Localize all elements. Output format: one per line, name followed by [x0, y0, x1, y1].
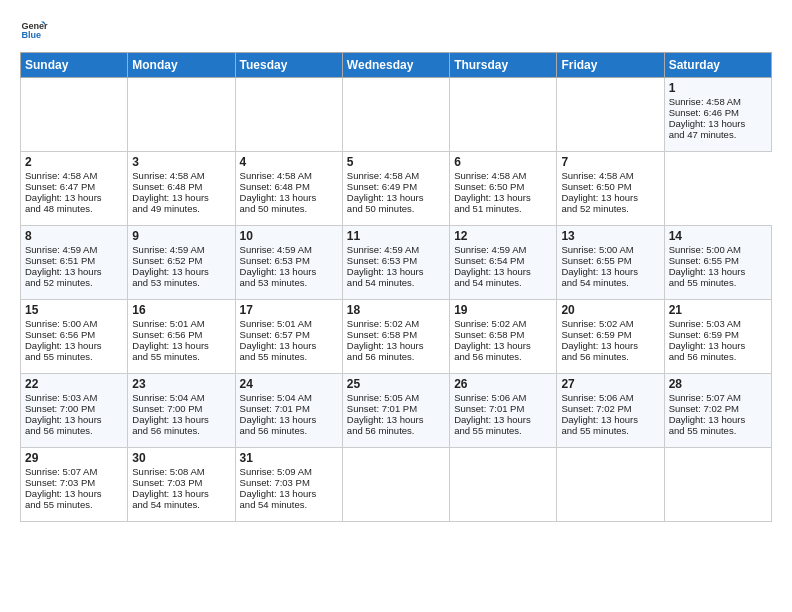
logo-icon: General Blue: [20, 16, 48, 44]
logo: General Blue: [20, 16, 52, 44]
empty-cell: [128, 78, 235, 152]
day-cell: [664, 448, 771, 522]
day-cell: 26Sunrise: 5:06 AMSunset: 7:01 PMDayligh…: [450, 374, 557, 448]
day-cell: 28Sunrise: 5:07 AMSunset: 7:02 PMDayligh…: [664, 374, 771, 448]
empty-cell: [342, 78, 449, 152]
day-cell: 24Sunrise: 5:04 AMSunset: 7:01 PMDayligh…: [235, 374, 342, 448]
day-cell: 14Sunrise: 5:00 AMSunset: 6:55 PMDayligh…: [664, 226, 771, 300]
day-cell: 31Sunrise: 5:09 AMSunset: 7:03 PMDayligh…: [235, 448, 342, 522]
day-cell: 7Sunrise: 4:58 AMSunset: 6:50 PMDaylight…: [557, 152, 664, 226]
empty-cell: [235, 78, 342, 152]
day-cell: 4Sunrise: 4:58 AMSunset: 6:48 PMDaylight…: [235, 152, 342, 226]
day-cell: 3Sunrise: 4:58 AMSunset: 6:48 PMDaylight…: [128, 152, 235, 226]
empty-cell: [21, 78, 128, 152]
day-cell: 13Sunrise: 5:00 AMSunset: 6:55 PMDayligh…: [557, 226, 664, 300]
day-header-tuesday: Tuesday: [235, 53, 342, 78]
day-cell: 6Sunrise: 4:58 AMSunset: 6:50 PMDaylight…: [450, 152, 557, 226]
day-cell: 16Sunrise: 5:01 AMSunset: 6:56 PMDayligh…: [128, 300, 235, 374]
day-header-sunday: Sunday: [21, 53, 128, 78]
day-cell: [450, 448, 557, 522]
svg-text:Blue: Blue: [21, 30, 41, 40]
page: General Blue SundayMondayTuesdayWednesda…: [0, 0, 792, 534]
day-cell: 23Sunrise: 5:04 AMSunset: 7:00 PMDayligh…: [128, 374, 235, 448]
day-cell: 20Sunrise: 5:02 AMSunset: 6:59 PMDayligh…: [557, 300, 664, 374]
day-header-friday: Friday: [557, 53, 664, 78]
day-cell: 1Sunrise: 4:58 AMSunset: 6:46 PMDaylight…: [664, 78, 771, 152]
day-cell: 21Sunrise: 5:03 AMSunset: 6:59 PMDayligh…: [664, 300, 771, 374]
day-cell: 15Sunrise: 5:00 AMSunset: 6:56 PMDayligh…: [21, 300, 128, 374]
header: General Blue: [20, 16, 772, 44]
day-cell: 2Sunrise: 4:58 AMSunset: 6:47 PMDaylight…: [21, 152, 128, 226]
week-row-5: 22Sunrise: 5:03 AMSunset: 7:00 PMDayligh…: [21, 374, 772, 448]
calendar-table: SundayMondayTuesdayWednesdayThursdayFrid…: [20, 52, 772, 522]
day-cell: 11Sunrise: 4:59 AMSunset: 6:53 PMDayligh…: [342, 226, 449, 300]
header-row: SundayMondayTuesdayWednesdayThursdayFrid…: [21, 53, 772, 78]
day-cell: 25Sunrise: 5:05 AMSunset: 7:01 PMDayligh…: [342, 374, 449, 448]
week-row-1: 1Sunrise: 4:58 AMSunset: 6:46 PMDaylight…: [21, 78, 772, 152]
day-header-thursday: Thursday: [450, 53, 557, 78]
day-cell: 22Sunrise: 5:03 AMSunset: 7:00 PMDayligh…: [21, 374, 128, 448]
week-row-4: 15Sunrise: 5:00 AMSunset: 6:56 PMDayligh…: [21, 300, 772, 374]
day-cell: [342, 448, 449, 522]
day-cell: 5Sunrise: 4:58 AMSunset: 6:49 PMDaylight…: [342, 152, 449, 226]
day-cell: [557, 448, 664, 522]
day-cell: 17Sunrise: 5:01 AMSunset: 6:57 PMDayligh…: [235, 300, 342, 374]
day-header-wednesday: Wednesday: [342, 53, 449, 78]
day-cell: 27Sunrise: 5:06 AMSunset: 7:02 PMDayligh…: [557, 374, 664, 448]
week-row-6: 29Sunrise: 5:07 AMSunset: 7:03 PMDayligh…: [21, 448, 772, 522]
day-cell: 30Sunrise: 5:08 AMSunset: 7:03 PMDayligh…: [128, 448, 235, 522]
day-cell: 9Sunrise: 4:59 AMSunset: 6:52 PMDaylight…: [128, 226, 235, 300]
day-header-saturday: Saturday: [664, 53, 771, 78]
empty-cell: [557, 78, 664, 152]
day-cell: 19Sunrise: 5:02 AMSunset: 6:58 PMDayligh…: [450, 300, 557, 374]
day-cell: 10Sunrise: 4:59 AMSunset: 6:53 PMDayligh…: [235, 226, 342, 300]
week-row-2: 2Sunrise: 4:58 AMSunset: 6:47 PMDaylight…: [21, 152, 772, 226]
day-header-monday: Monday: [128, 53, 235, 78]
day-cell: 8Sunrise: 4:59 AMSunset: 6:51 PMDaylight…: [21, 226, 128, 300]
day-cell: 18Sunrise: 5:02 AMSunset: 6:58 PMDayligh…: [342, 300, 449, 374]
week-row-3: 8Sunrise: 4:59 AMSunset: 6:51 PMDaylight…: [21, 226, 772, 300]
empty-cell: [450, 78, 557, 152]
day-cell: 12Sunrise: 4:59 AMSunset: 6:54 PMDayligh…: [450, 226, 557, 300]
day-cell: 29Sunrise: 5:07 AMSunset: 7:03 PMDayligh…: [21, 448, 128, 522]
